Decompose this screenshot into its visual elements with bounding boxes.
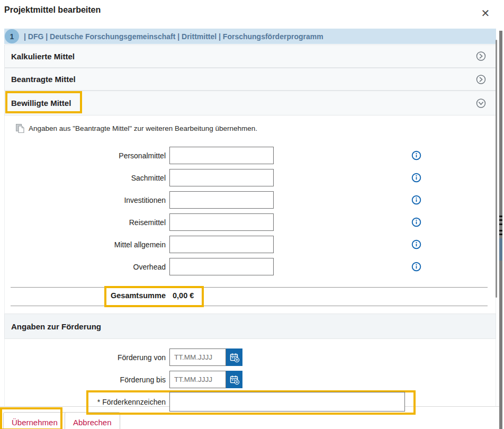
calendar-add-icon[interactable] <box>226 348 242 366</box>
accordion-label: Bewilligte Mittel <box>11 99 71 108</box>
field-row-foerderkennzeichen: * Förderkennzeichen <box>0 392 429 412</box>
total-value: 0,00 € <box>173 291 194 300</box>
accordion-kalkulierte-mittel[interactable]: Kalkulierte Mittel <box>4 44 496 68</box>
total-label: Gesamtsumme <box>111 291 166 300</box>
field-row-foerderung-von: Förderung von <box>0 348 429 366</box>
divider <box>11 287 488 288</box>
field-row-foerderung-bis: Förderung bis <box>0 371 429 388</box>
field-label: Reisemittel <box>0 218 166 227</box>
field-label: Investitionen <box>0 196 166 204</box>
info-icon[interactable] <box>411 239 421 249</box>
chevron-right-circle-icon[interactable] <box>476 74 486 84</box>
accordion-label: Kalkulierte Mittel <box>11 52 75 61</box>
copy-hint-text: Angaben aus "Beantragte Mittel" zur weit… <box>29 124 257 132</box>
wizard-bar: 1 | DFG | Deutsche Forschungsgemeinschaf… <box>4 29 496 44</box>
field-label: Overhead <box>0 263 166 271</box>
step-badge: 1 <box>5 29 19 43</box>
info-icon[interactable] <box>411 195 421 205</box>
field-label: Mittel allgemein <box>0 240 166 249</box>
info-icon[interactable] <box>411 262 421 272</box>
foerderkennzeichen-input[interactable] <box>169 392 405 412</box>
overhead-input[interactable] <box>169 258 274 275</box>
field-row-reisemittel: Reisemittel <box>0 213 429 231</box>
total-row: Gesamtsumme 0,00 € <box>111 291 194 300</box>
calendar-add-icon[interactable] <box>226 371 242 388</box>
field-row-sachmittel: Sachmittel <box>0 169 429 186</box>
close-icon[interactable]: ✕ <box>478 6 493 20</box>
field-row-investitionen: Investitionen <box>0 191 429 209</box>
section-label: Angaben zur Förderung <box>11 322 101 331</box>
field-row-personalmittel: Personalmittel <box>0 147 429 164</box>
apply-button[interactable]: Übernehmen <box>3 412 66 429</box>
breadcrumb: | DFG | Deutsche Forschungsgemeinschaft … <box>24 32 323 41</box>
copy-icon[interactable] <box>15 123 25 133</box>
field-row-overhead: Overhead <box>0 258 429 275</box>
page-scrollbar[interactable] <box>499 31 502 429</box>
info-icon[interactable] <box>411 173 421 183</box>
field-label: Förderung bis <box>0 376 166 384</box>
field-label: * Förderkennzeichen <box>0 398 166 406</box>
cancel-button[interactable]: Abbrechen <box>65 412 120 429</box>
dialog-title: Projektmittel bearbeiten <box>4 5 101 15</box>
accordion-bewilligte-mittel[interactable]: Bewilligte Mittel <box>4 91 496 115</box>
accordion-beantragte-mittel[interactable]: Beantragte Mittel <box>4 68 496 91</box>
info-icon[interactable] <box>411 150 421 160</box>
personalmittel-input[interactable] <box>169 147 274 164</box>
field-label: Personalmittel <box>0 151 166 160</box>
field-label: Förderung von <box>0 353 166 362</box>
field-row-mittel-allgemein: Mittel allgemein <box>0 236 429 253</box>
mittel-allgemein-input[interactable] <box>169 236 274 253</box>
section-header-foerderung: Angaben zur Förderung <box>4 314 496 339</box>
foerderung-von-input[interactable] <box>169 348 226 366</box>
field-label: Sachmittel <box>0 174 166 182</box>
dialog-scrollbar-thumb[interactable] <box>496 40 497 298</box>
sachmittel-input[interactable] <box>169 169 274 186</box>
investitionen-input[interactable] <box>169 191 274 209</box>
chevron-right-circle-icon[interactable] <box>476 51 486 61</box>
foerderung-bis-input[interactable] <box>169 371 226 388</box>
copy-hint-row[interactable]: Angaben aus "Beantragte Mittel" zur weit… <box>15 123 257 133</box>
divider <box>11 306 488 306</box>
reisemittel-input[interactable] <box>169 213 274 231</box>
accordion-label: Beantragte Mittel <box>11 75 76 84</box>
chevron-down-circle-icon[interactable] <box>476 98 486 108</box>
info-icon[interactable] <box>411 217 421 227</box>
